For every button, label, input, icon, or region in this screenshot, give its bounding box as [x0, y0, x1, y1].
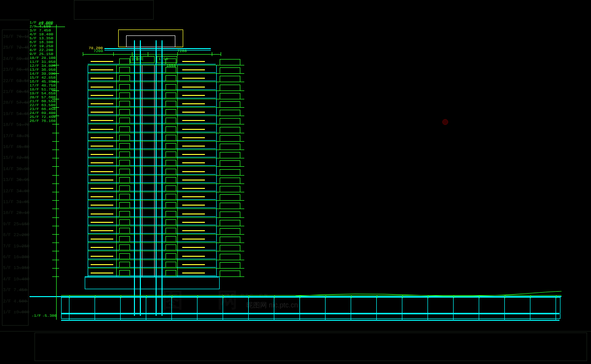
- marker-dot: [442, 119, 448, 125]
- floor-slab: [88, 200, 216, 201]
- basement-column: [197, 297, 197, 320]
- floor-slab: [88, 234, 216, 235]
- floor-slab: [88, 82, 216, 82]
- floor-slab: [88, 183, 216, 184]
- floor-slab: [88, 226, 216, 226]
- basement-column: [325, 297, 326, 320]
- basement-column: [530, 297, 530, 320]
- main-drawing-panel[interactable]: 图 网 昵图网 nic.ptc.cn 83.050 78.200 设备间 1:5…: [30, 21, 561, 331]
- domain-watermark: NIC.PTC.CN: [222, 293, 269, 299]
- floor-slab: [88, 107, 216, 108]
- floor-slab: [88, 65, 216, 65]
- basement-column: [479, 297, 479, 320]
- basement-column: [556, 297, 556, 320]
- basement-column: [402, 297, 402, 320]
- basement-column: [274, 297, 274, 320]
- basement-column: [248, 297, 249, 320]
- floor-slab: [88, 99, 216, 99]
- floor-slab: [88, 251, 216, 251]
- basement-column: [171, 297, 172, 320]
- floor-slab: [88, 166, 216, 167]
- basement-column: [504, 297, 505, 320]
- dim-1: 7200: [94, 49, 103, 53]
- floor-slab: [88, 217, 216, 218]
- basement-column: [376, 297, 377, 320]
- floor-slab: [88, 150, 216, 150]
- floor-slab: [88, 209, 216, 209]
- floor-slab: [88, 141, 216, 142]
- floor-slab: [88, 124, 216, 124]
- basement-band: [61, 297, 560, 319]
- basement-column: [120, 297, 121, 320]
- floor-slab: [88, 73, 216, 74]
- floor-slab: [88, 175, 216, 176]
- floor-label: 26/F 76.160: [30, 119, 56, 123]
- basement-label: -1/F: [32, 314, 41, 318]
- dimension-spine: [56, 25, 57, 320]
- cad-drawing-viewport: 1/F ±0.0002/F 4.5003/F 7.4504/F 10.4005/…: [0, 0, 591, 364]
- basement-column: [146, 297, 146, 320]
- floor-slab: [88, 268, 216, 269]
- floor-slab: [88, 133, 216, 133]
- floor-slab: [88, 192, 216, 192]
- basement-column: [427, 297, 428, 320]
- floor-slab: [88, 243, 216, 243]
- basement-column: [223, 297, 223, 320]
- floor-slab: [88, 260, 216, 260]
- basement-column: [453, 297, 454, 320]
- floor-slab: [88, 158, 216, 158]
- basement-column: [299, 297, 300, 320]
- basement-column: [351, 297, 351, 320]
- floor-slab: [88, 116, 216, 116]
- floor-slab: [88, 91, 216, 91]
- basement-column: [95, 297, 95, 320]
- basement-column: [69, 297, 69, 320]
- lift-shaft: [142, 65, 155, 277]
- dim-2: 7200: [177, 49, 187, 53]
- terrain-line: [296, 290, 561, 300]
